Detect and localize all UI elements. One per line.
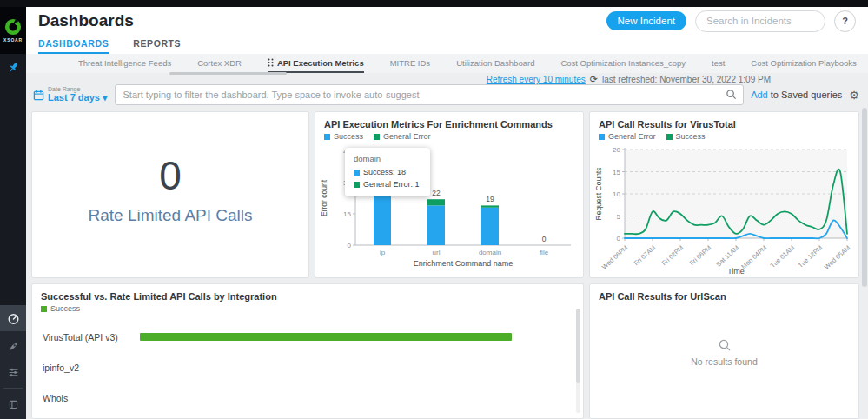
svg-text:0: 0 bbox=[348, 242, 352, 249]
gear-icon[interactable]: ⚙ bbox=[849, 90, 859, 101]
saved-queries-text: to Saved queries bbox=[768, 90, 843, 100]
svg-text:0: 0 bbox=[542, 235, 547, 243]
search-incidents-input[interactable] bbox=[695, 10, 825, 32]
tooltip-label: Success: 18 bbox=[363, 168, 406, 176]
legend-swatch bbox=[41, 306, 47, 312]
svg-text:0: 0 bbox=[617, 235, 621, 243]
legend-item-general-error[interactable]: General Error bbox=[374, 132, 431, 141]
dashboard-tab-api-execution-metrics[interactable]: API Execution Metrics bbox=[268, 54, 364, 73]
dashboard-tab-test[interactable]: test bbox=[712, 54, 725, 73]
svg-text:15: 15 bbox=[613, 169, 620, 176]
new-incident-button[interactable]: New Incident bbox=[606, 11, 686, 30]
xsoar-logo-icon bbox=[4, 18, 22, 36]
line-chart: 05101520Wed 06PMFri 07AMFri 02PMFri 06PM… bbox=[590, 141, 858, 278]
dashboard-tab-cost-optimization-playbooks[interactable]: Cost Optimization Playbooks bbox=[751, 54, 856, 73]
legend-swatch bbox=[666, 134, 673, 140]
tab-reports[interactable]: REPORTS bbox=[133, 38, 181, 54]
svg-text:ip: ip bbox=[380, 249, 386, 256]
sidebar-item-settings[interactable] bbox=[0, 359, 26, 385]
help-button[interactable]: ? bbox=[834, 10, 856, 32]
svg-text:Time: Time bbox=[727, 267, 745, 276]
legend-item-success[interactable]: Success bbox=[41, 304, 80, 313]
dashboard-tab-label: test bbox=[712, 58, 725, 68]
main-tab-bar: DASHBOARDS REPORTS bbox=[26, 35, 868, 54]
svg-text:10: 10 bbox=[613, 190, 620, 198]
legend-swatch bbox=[324, 134, 330, 140]
widget-virustotal-results: API Call Results for VirusTotal General … bbox=[589, 111, 859, 278]
dashboard-tab-mitre-ids[interactable]: MITRE IDs bbox=[390, 54, 430, 73]
tooltip-title: domain bbox=[354, 154, 420, 163]
dashboard-filter-input[interactable] bbox=[115, 84, 745, 105]
dashboard-tab-cortex-xdr[interactable]: Cortex XDR bbox=[197, 54, 242, 73]
calendar-icon bbox=[33, 90, 44, 101]
book-icon bbox=[8, 399, 19, 410]
tooltip-row: General Error: 1 bbox=[354, 180, 420, 189]
legend-item-success[interactable]: Success bbox=[324, 132, 363, 141]
svg-text:Tue 12PM: Tue 12PM bbox=[797, 243, 825, 269]
last-refreshed-text: last refreshed: November 30, 2022 1:09 P… bbox=[602, 75, 771, 84]
pin-sidebar-button[interactable] bbox=[0, 54, 26, 80]
legend-item-general-error[interactable]: General Error bbox=[599, 132, 656, 141]
svg-text:Fri 07AM: Fri 07AM bbox=[633, 243, 658, 267]
legend-label: Success bbox=[334, 132, 363, 141]
rate-limited-label: Rate Limited API Calls bbox=[88, 206, 252, 225]
dashboard-tab-threat-intelligence-feeds[interactable]: Threat Intelligence Feeds bbox=[78, 54, 171, 73]
bar-track bbox=[140, 333, 553, 341]
saved-queries: Add to Saved queries bbox=[751, 90, 842, 100]
legend: General ErrorSuccess bbox=[590, 131, 858, 141]
dashboard-tab-label: MITRE IDs bbox=[390, 58, 430, 68]
legend: SuccessGeneral Error bbox=[315, 131, 583, 141]
window-top-strip bbox=[0, 0, 868, 7]
page-header: Dashboards New Incident ? bbox=[26, 7, 868, 35]
tab-dashboards[interactable]: DASHBOARDS bbox=[38, 38, 109, 54]
add-to-saved-queries-link[interactable]: Add bbox=[751, 90, 768, 100]
sidebar-item-playground[interactable] bbox=[0, 333, 26, 359]
main-area: Dashboards New Incident ? DASHBOARDS REP… bbox=[26, 7, 868, 419]
xsoar-logo[interactable]: XSOAR bbox=[0, 7, 26, 54]
empty-state: No results found bbox=[590, 338, 858, 367]
dashboard-tab-strip: Threat Intelligence FeedsCortex XDRAPI E… bbox=[26, 54, 868, 73]
page-title: Dashboards bbox=[38, 11, 598, 30]
svg-text:url: url bbox=[433, 249, 441, 256]
widget-title: Successful vs. Rate Limited API Calls by… bbox=[32, 284, 583, 303]
widget-scrollbar-thumb[interactable] bbox=[576, 309, 580, 383]
date-range-value: Last 7 days ▾ bbox=[48, 92, 108, 103]
svg-text:15: 15 bbox=[343, 210, 351, 218]
tooltip-swatch bbox=[354, 182, 360, 188]
sidebar-item-dashboards[interactable] bbox=[0, 305, 26, 331]
logo-text: XSOAR bbox=[3, 37, 23, 43]
tooltip-row: Success: 18 bbox=[354, 168, 420, 176]
widget-title: API Execution Metrics For Enrichment Com… bbox=[315, 112, 583, 131]
svg-text:Error count: Error count bbox=[320, 179, 328, 216]
xsoar-app: XSOAR bbox=[0, 7, 868, 419]
legend-label: Success bbox=[50, 304, 80, 313]
svg-text:Wed 06PM: Wed 06PM bbox=[600, 243, 629, 270]
dashboard-tab-label: API Execution Metrics bbox=[277, 58, 364, 68]
date-range-picker[interactable]: Date Range Last 7 days ▾ bbox=[33, 86, 108, 103]
drag-dots-icon bbox=[268, 58, 274, 67]
sliders-icon bbox=[8, 367, 19, 378]
widget-urlscan-results: API Call Results for UrlScan No results … bbox=[589, 283, 859, 419]
svg-text:Fri 02PM: Fri 02PM bbox=[660, 243, 686, 267]
date-range-label: Date Range bbox=[48, 86, 108, 92]
dashboard-toolbar: Refresh every 10 minutes ⟳ last refreshe… bbox=[26, 73, 868, 108]
page-scrollbar-thumb[interactable] bbox=[862, 108, 867, 287]
dashboard-tab-utilization-dashboard[interactable]: Utilization Dashboard bbox=[456, 54, 534, 73]
legend-label: Success bbox=[676, 132, 706, 141]
gauge-icon bbox=[7, 312, 20, 325]
widget-calls-by-integration: Successful vs. Rate Limited API Calls by… bbox=[31, 283, 584, 419]
left-nav-sidebar: XSOAR bbox=[0, 7, 26, 419]
dashboard-tab-label: Cost Optimization Playbooks bbox=[751, 58, 856, 68]
line-chart-svg: 05101520Wed 06PMFri 07AMFri 02PMFri 06PM… bbox=[593, 143, 856, 278]
svg-text:domain: domain bbox=[479, 249, 501, 256]
dashboard-tab-label: Utilization Dashboard bbox=[456, 58, 534, 68]
page-scrollbar bbox=[862, 108, 867, 417]
search-icon bbox=[726, 89, 737, 100]
legend-item-success[interactable]: Success bbox=[666, 132, 706, 141]
svg-text:Enrichment Command name: Enrichment Command name bbox=[414, 259, 514, 268]
dashboard-tab-cost-optimization-instances-copy[interactable]: Cost Optimization Instances_copy bbox=[560, 54, 686, 73]
sidebar-item-docs[interactable] bbox=[0, 391, 26, 417]
refresh-interval-link[interactable]: Refresh every 10 minutes bbox=[487, 75, 586, 84]
widget-grid: 0 Rate Limited API Calls API Execution M… bbox=[26, 108, 868, 419]
legend-swatch bbox=[599, 134, 605, 140]
